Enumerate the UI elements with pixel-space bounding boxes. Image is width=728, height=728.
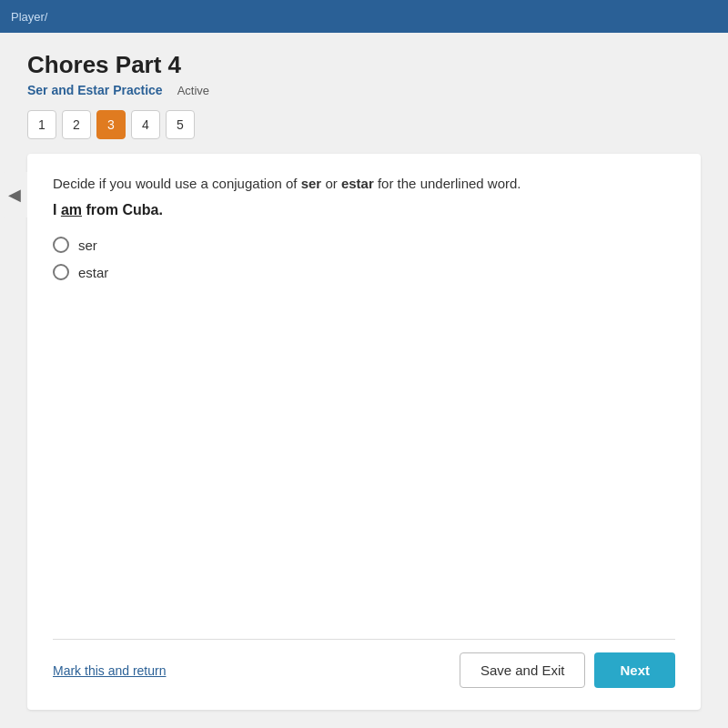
subtitle-link[interactable]: Ser and Estar Practice [27,83,163,97]
pagination-row: 1 2 3 4 5 [27,110,701,139]
instruction-bold-ser: ser [301,176,322,191]
left-tab: ◀ [2,172,27,217]
options-list: ser estar [53,237,675,280]
page-btn-1[interactable]: 1 [27,110,56,139]
page-btn-5[interactable]: 5 [166,110,195,139]
nav-icon: ◀ [8,185,21,205]
main-container: Chores Part 4 Ser and Estar Practice Act… [0,33,728,728]
app-wrapper: Player/ Chores Part 4 Ser and Estar Prac… [0,0,728,728]
option-estar-label: estar [78,265,108,280]
subtitle-row: Ser and Estar Practice Active [27,83,701,97]
page-btn-4[interactable]: 4 [131,110,160,139]
active-badge: Active [177,84,209,97]
option-estar[interactable]: estar [53,264,675,280]
question-instruction: Decide if you would use a conjugation of… [53,176,675,191]
radio-ser[interactable] [53,237,69,253]
page-btn-3[interactable]: 3 [96,110,126,139]
mark-return-link[interactable]: Mark this and return [53,663,167,678]
radio-estar[interactable] [53,264,69,280]
page-btn-2[interactable]: 2 [62,110,91,139]
page-title: Chores Part 4 [27,51,701,79]
save-exit-button[interactable]: Save and Exit [460,652,586,688]
top-bar: Player/ [0,0,728,33]
bottom-bar: Mark this and return Save and Exit Next [53,639,675,688]
question-sentence: I am from Cuba. [53,202,675,218]
underlined-word: am [61,202,82,217]
instruction-bold-estar: estar [341,176,374,191]
content-card: ◀ Decide if you would use a conjugation … [27,154,701,710]
option-ser[interactable]: ser [53,237,675,253]
top-bar-text: Player/ [11,10,47,24]
option-ser-label: ser [78,238,97,253]
next-button[interactable]: Next [594,652,675,688]
bottom-buttons: Save and Exit Next [460,652,675,688]
